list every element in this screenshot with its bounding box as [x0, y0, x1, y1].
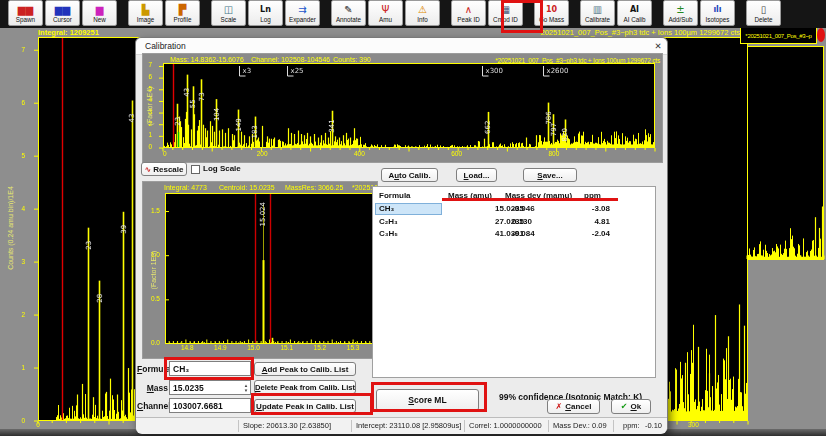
toolbar-button-new[interactable]: ▆New [82, 0, 117, 26]
spinner-down-icon[interactable]: ▼ [241, 388, 251, 393]
toolbar-button-label: Isotopes [706, 16, 730, 23]
toolbar-group: ▯Delete [746, 0, 783, 26]
toolbar-button-info[interactable]: ⚠Info [405, 0, 440, 26]
main-toolbar: ▆▆Spawn▆▆Cursor▆New▙Image▛Profile◫ScaleL… [0, 0, 826, 28]
toolbar-button-image[interactable]: ▙Image [128, 0, 163, 26]
calibration-table[interactable]: Formula Mass (amu) Mass dev (mamu) ppm C… [372, 186, 656, 378]
table-cell[interactable]: C₂H₃ [379, 217, 443, 226]
score-ml-button[interactable]: Score ML [376, 389, 479, 411]
rescale-icon: ∿ [145, 165, 152, 174]
toolbar-button-label: AI Calib [623, 16, 645, 23]
y-axis-tick-label: 2 [5, 311, 25, 319]
toolbar-button-label: Spawn [16, 16, 35, 23]
load-button[interactable]: Load... [456, 168, 497, 182]
ok-button[interactable]: ✔ Ok [611, 399, 651, 414]
zoom-mass-res: MassRes: 3066.25 [285, 184, 343, 191]
toolbar-group: ▆▆Spawn▆▆Cursor▆New [8, 0, 119, 26]
toolbar-button-log[interactable]: LnLog [248, 0, 283, 26]
toolbar-button-label: Calibrate [585, 16, 610, 23]
status-mass-dev: Mass Dev.: 0.09 [553, 421, 607, 430]
toolbar-button-label: Expander [289, 16, 316, 23]
add-peak-button[interactable]: Add Peak to Calib. List [254, 362, 356, 376]
second-spectrum-plot[interactable] [742, 44, 826, 264]
delete-icon: ▯ [761, 4, 767, 16]
toolbar-button-spawn[interactable]: ▆▆Spawn [8, 0, 43, 26]
profile-icon: ▛ [179, 4, 187, 16]
y-axis-tick-label: 5 [5, 152, 25, 160]
toolbar-button-go-mass[interactable]: 10Go Mass [534, 0, 569, 26]
calibration-zoom-plot[interactable] [165, 193, 374, 344]
bg-y-axis-label: Counts (0.24 amu bin)/1E4 [7, 186, 14, 270]
annotation-legend-ellipse [817, 28, 825, 42]
scale-icon: ◫ [224, 4, 233, 16]
mass-spinner[interactable]: ▲▼ [241, 380, 251, 395]
table-cell[interactable]: 4.81 [562, 217, 610, 226]
toolbar-group: ◫ScaleLnLog⇉Expander [211, 0, 322, 26]
toolbar-group: ▥CalibrateAIAI Calib [580, 0, 654, 26]
table-cell[interactable]: CH₃ [379, 204, 443, 213]
toolbar-button-label: Scale [221, 16, 237, 23]
toolbar-button-amu[interactable]: ΨAmu [368, 0, 403, 26]
application-window: ▆▆Spawn▆▆Cursor▆New▙Image▛Profile◫ScaleL… [0, 0, 826, 436]
toolbar-button-label: Info [417, 16, 428, 23]
close-icon[interactable]: ✕ [652, 40, 664, 52]
cancel-button[interactable]: ✗ Cancel [547, 399, 600, 414]
formula-field[interactable] [169, 361, 251, 376]
ok-button-label: Ok [631, 402, 642, 411]
column-header-formula[interactable]: Formula [379, 191, 411, 200]
toolbar-group: ±Add/SubılıIsotopes [663, 0, 737, 26]
column-header-mass[interactable]: Mass (amu) [448, 191, 492, 200]
toolbar-button-calibrate[interactable]: ▥Calibrate [580, 0, 615, 26]
toolbar-button-label: Profile [174, 16, 192, 23]
toolbar-button-add-sub[interactable]: ±Add/Sub [663, 0, 698, 26]
amu-icon: Ψ [382, 4, 390, 16]
toolbar-button-cmpd-id[interactable]: ▦Cmpd ID [488, 0, 523, 26]
toolbar-button-label: Delete [754, 16, 772, 23]
go-mass-icon: 10 [546, 4, 557, 16]
expander-icon: ⇉ [298, 4, 306, 16]
log-scale-label: Log Scale [203, 164, 241, 173]
table-cell[interactable]: -3.08 [562, 204, 610, 213]
ai-calib-icon: AI [630, 4, 639, 16]
dialog-status-bar: Slope: 20613.30 [2.63850] Intercept: 231… [136, 417, 667, 434]
y-axis-tick-label: 0 [5, 417, 25, 425]
toolbar-button-annotate[interactable]: ✎Annotate [331, 0, 366, 26]
calibration-overview-plot[interactable] [157, 62, 657, 152]
update-peak-button[interactable]: Update Peak in Calib. List [254, 399, 356, 413]
toolbar-button-isotopes[interactable]: ılıIsotopes [700, 0, 735, 26]
y-axis-tick-label: 6 [5, 99, 25, 107]
dialog-title: Calibration [145, 41, 186, 51]
cancel-x-icon: ✗ [556, 402, 563, 411]
toolbar-button-ai-calib[interactable]: AIAI Calib [617, 0, 652, 26]
log-icon: Ln [260, 4, 271, 16]
toolbar-button-expander[interactable]: ⇉Expander [285, 0, 320, 26]
info-icon: ⚠ [418, 4, 427, 16]
status-correl: Correl: 1.0000000000 [469, 421, 542, 430]
rescale-button-label: Rescale [153, 165, 183, 174]
toolbar-button-label: Peak ID [457, 16, 479, 23]
delete-peak-button[interactable]: Delete Peak from Calib. List [254, 380, 356, 394]
toolbar-button-label: Cmpd ID [493, 16, 518, 23]
toolbar-button-scale[interactable]: ◫Scale [211, 0, 246, 26]
column-header-massdev[interactable]: Mass dev (mamu) [505, 191, 572, 200]
auto-calib-button[interactable]: Auto Calib. [381, 168, 438, 182]
second-window-titlebar[interactable]: *20251021_007_Pos_#3~p [740, 27, 817, 44]
toolbar-button-delete[interactable]: ▯Delete [746, 0, 781, 26]
mass-field[interactable] [169, 380, 251, 395]
save-button[interactable]: Save... [523, 168, 577, 182]
calibrate-icon: ▥ [593, 4, 602, 16]
image-icon: ▙ [142, 4, 150, 16]
column-header-ppm[interactable]: ppm [584, 191, 601, 200]
zoom-y-axis-label: (Factor 1E3) [150, 251, 157, 290]
table-cell[interactable]: -2.04 [562, 229, 610, 238]
toolbar-button-cursor[interactable]: ▆▆Cursor [45, 0, 80, 26]
toolbar-button-peak-id[interactable]: ∧Peak ID [451, 0, 486, 26]
toolbar-button-profile[interactable]: ▛Profile [165, 0, 200, 26]
toolbar-button-label: Cursor [53, 16, 72, 23]
formula-label: Formula [137, 364, 168, 374]
channel-field[interactable] [169, 398, 251, 413]
log-scale-checkbox[interactable] [191, 165, 200, 174]
table-cell[interactable]: C₃H₅ [379, 229, 443, 238]
cancel-button-label: Cancel [565, 402, 591, 411]
rescale-button[interactable]: ∿ Rescale [141, 162, 187, 176]
